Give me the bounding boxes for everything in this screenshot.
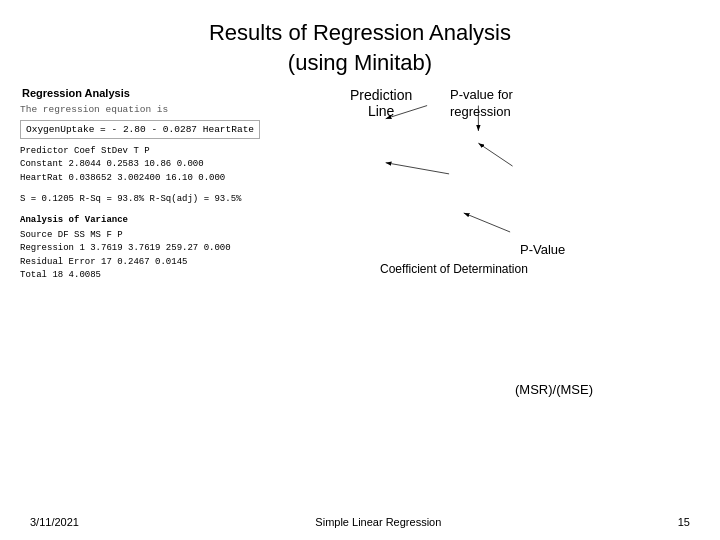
page-title: Results of Regression Analysis (using Mi… [0, 18, 720, 77]
anova-row3: Total 18 4.0085 [20, 269, 330, 283]
regression-header: Regression Analysis [20, 87, 330, 99]
stats-header: Predictor Coef StDev T P [20, 145, 330, 159]
footer-title: Simple Linear Regression [315, 516, 441, 528]
anova-header-row: Source DF SS MS F P [20, 229, 330, 243]
pvalue-annotation: P-Value [520, 242, 565, 257]
stats-row1: Constant 2.8044 0.2583 10.86 0.000 [20, 158, 330, 172]
coeff-determination-annotation: Coefficient of Determination [380, 262, 528, 276]
msr-mse-annotation: (MSR)/(MSE) [515, 382, 593, 397]
svg-line-3 [478, 144, 512, 167]
footer-date: 3/11/2021 [30, 516, 79, 528]
footer: 3/11/2021 Simple Linear Regression 15 [0, 516, 720, 528]
anova-row1: Regression 1 3.7619 3.7619 259.27 0.000 [20, 242, 330, 256]
anova-header: Analysis of Variance [20, 214, 330, 227]
r-sq-line: S = 0.1205 R-Sq = 93.8% R-Sq(adj) = 93.5… [20, 193, 330, 206]
stats-table: Predictor Coef StDev T P Constant 2.8044… [20, 145, 330, 186]
stats-row2: HeartRat 0.038652 3.002400 16.10 0.000 [20, 172, 330, 186]
left-panel: Regression Analysis The regression equat… [20, 87, 330, 282]
prediction-annotation: Prediction Line [350, 87, 412, 119]
annotation-area: Prediction Line P-value for regression P… [330, 87, 700, 282]
pvalue-regression-annotation: P-value for regression [450, 87, 513, 121]
equation-intro: The regression equation is [20, 103, 330, 116]
svg-line-5 [464, 213, 510, 232]
equation-box: OxygenUptake = - 2.80 - 0.0287 HeartRate [20, 120, 260, 139]
anova-table: Source DF SS MS F P Regression 1 3.7619 … [20, 229, 330, 283]
svg-line-4 [386, 163, 449, 174]
footer-page: 15 [678, 516, 690, 528]
anova-row2: Residual Error 17 0.2467 0.0145 [20, 256, 330, 270]
